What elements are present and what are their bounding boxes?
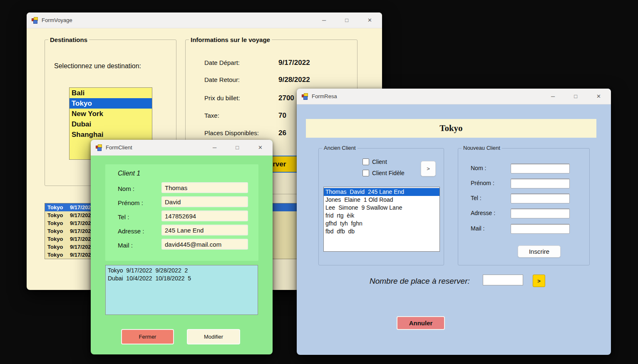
list-item[interactable]: Bali: [70, 88, 152, 98]
prenom-field[interactable]: [511, 178, 570, 188]
adresse-field[interactable]: [511, 208, 570, 218]
date-depart-label: Date Départ:: [204, 59, 278, 66]
destination-prompt-label: Selectionnez une destination:: [54, 62, 141, 70]
minimize-icon[interactable]: ─: [322, 17, 326, 23]
select-client-button[interactable]: >: [421, 161, 436, 176]
modifier-button[interactable]: Modifier: [187, 329, 240, 344]
client-header: Client 1: [118, 170, 140, 177]
window-form-resa: FormResa ─ □ ✕ Tokyo Ancien Client Clien…: [297, 89, 611, 355]
bookings-listbox[interactable]: Tokyo 9/17/2022 9/28/2022 2 Dubai 10/4/2…: [105, 265, 258, 315]
window-title: FormResa: [312, 93, 337, 99]
prenom-label: Prénom :: [471, 180, 494, 186]
adresse-field[interactable]: [161, 225, 248, 235]
list-item[interactable]: Dubai: [70, 119, 152, 129]
maximize-icon[interactable]: □: [345, 17, 348, 23]
window-title: FormVoyage: [42, 17, 72, 23]
prenom-label: Prénom :: [118, 199, 143, 206]
list-item[interactable]: Tokyo 9/17/2022 9/28/2022 2: [106, 267, 258, 275]
form-voyage-titlebar[interactable]: FormVoyage ─ □ ✕: [27, 12, 382, 28]
clients-listbox[interactable]: Thomas David 245 Lane End Jones Elaine 1…: [323, 187, 440, 252]
app-icon: [302, 93, 308, 100]
nom-field[interactable]: [161, 182, 248, 193]
list-item[interactable]: Jones Elaine 1 Old Road: [324, 196, 439, 204]
mail-field[interactable]: [161, 239, 248, 250]
nom-label: Nom :: [118, 185, 134, 192]
mail-label: Mail :: [471, 225, 484, 232]
taxe-value: 70: [278, 111, 286, 120]
list-item[interactable]: Lee Simone 9 Swallow Lane: [324, 204, 439, 212]
client-fidele-checkbox-row[interactable]: Client Fidèle: [362, 170, 405, 176]
destination-banner: Tokyo: [306, 119, 596, 138]
fermer-button[interactable]: Fermer: [121, 329, 174, 344]
adresse-label: Adresse :: [118, 228, 144, 235]
list-item-selected[interactable]: Tokyo: [70, 98, 152, 109]
client-fidele-checkbox[interactable]: [362, 170, 369, 176]
prenom-field[interactable]: [161, 196, 248, 207]
app-icon: [32, 17, 38, 24]
nom-field[interactable]: [511, 163, 570, 173]
form-client-titlebar[interactable]: FormClient ─ □ ✕: [91, 140, 273, 156]
places-go-button[interactable]: >: [533, 275, 545, 287]
voyage-info-group-label: Informations sur le voyage: [189, 36, 272, 43]
client-checkbox[interactable]: [362, 158, 369, 165]
minimize-icon[interactable]: ─: [551, 94, 555, 99]
desktop: { "chrome": {"minimize": "─", "maximize"…: [0, 0, 638, 364]
app-icon: [96, 144, 102, 151]
taxe-label: Taxe:: [204, 112, 278, 119]
list-item[interactable]: Shanghai: [70, 129, 152, 140]
prix-billet-value: 2700: [278, 94, 294, 102]
tel-field[interactable]: [161, 210, 248, 221]
adresse-label: Adresse :: [471, 210, 495, 216]
window-title: FormClient: [106, 144, 132, 151]
close-icon[interactable]: ✕: [596, 94, 601, 99]
date-depart-value: 9/17/2022: [278, 59, 310, 67]
list-item[interactable]: gfhd tyh fghn: [324, 220, 439, 228]
list-item[interactable]: frid rtg èik: [324, 212, 439, 220]
date-retour-value: 9/28/2022: [278, 76, 310, 84]
places-reserver-label: Nombre de place à reserver:: [370, 277, 470, 286]
list-item-selected[interactable]: Thomas David 245 Lane End: [324, 188, 439, 196]
form-resa-titlebar[interactable]: FormResa ─ □ ✕: [297, 89, 611, 104]
annuler-button[interactable]: Annuler: [397, 316, 445, 330]
nouveau-client-group-label: Nouveau Client: [462, 145, 502, 151]
list-item[interactable]: fbd dfb db: [324, 228, 439, 235]
ancien-client-groupbox: Ancien Client Client Client Fidèle > Tho…: [318, 148, 444, 265]
minimize-icon[interactable]: ─: [213, 145, 216, 150]
list-item[interactable]: Dubai 10/4/2022 10/18/2022 5: [106, 275, 258, 282]
client-checkbox-row[interactable]: Client: [362, 158, 387, 165]
tel-field[interactable]: [511, 193, 570, 203]
maximize-icon[interactable]: □: [574, 94, 577, 99]
tel-label: Tel :: [471, 195, 482, 201]
nom-label: Nom :: [471, 165, 486, 171]
tel-label: Tel :: [118, 213, 129, 220]
maximize-icon[interactable]: □: [236, 145, 239, 150]
nouveau-client-groupbox: Nouveau Client Nom : Prénom : Tel : Adre…: [458, 148, 590, 265]
prix-billet-label: Prix du billet:: [204, 94, 278, 102]
client-panel: Client 1 Nom : Prénom : Tel : Adresse : …: [105, 164, 258, 261]
window-form-client: FormClient ─ □ ✕ Client 1 Nom : Prénom :…: [91, 140, 273, 354]
inscrire-button[interactable]: Inscrire: [518, 245, 561, 258]
client-checkbox-label: Client: [372, 158, 387, 165]
destinations-group-label: Destinations: [48, 36, 89, 43]
places-disponibles-label: Places Disponibles:: [204, 129, 278, 136]
ancien-client-group-label: Ancien Client: [322, 145, 357, 151]
client-fidele-checkbox-label: Client Fidèle: [372, 170, 405, 176]
close-icon[interactable]: ✕: [367, 17, 372, 23]
places-input[interactable]: [483, 275, 523, 285]
mail-field[interactable]: [511, 224, 570, 234]
mail-label: Mail :: [118, 242, 133, 249]
places-disponibles-value: 26: [278, 129, 286, 137]
date-retour-label: Date Retour:: [204, 76, 278, 83]
list-item[interactable]: New York: [70, 109, 152, 119]
close-icon[interactable]: ✕: [258, 145, 263, 150]
